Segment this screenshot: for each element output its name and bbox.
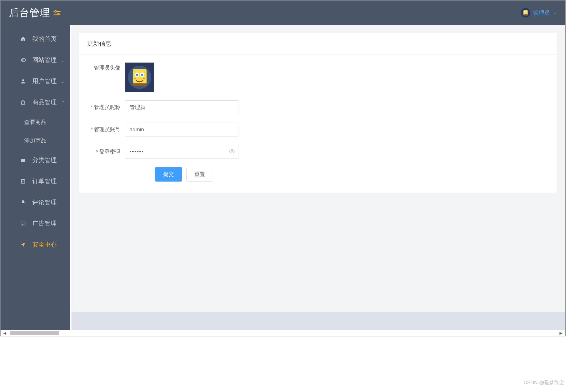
user-label: 管理员 (533, 9, 550, 17)
svg-point-27 (143, 78, 145, 79)
svg-rect-12 (21, 159, 25, 162)
sidebar-sub-add-product[interactable]: 添加商品 (1, 131, 70, 150)
horizontal-scrollbar[interactable]: ◀ ▶ (0, 330, 566, 336)
brand-title: 后台管理 (9, 6, 50, 20)
svg-point-9 (526, 12, 527, 13)
row-nickname: *管理员昵称 (87, 100, 549, 114)
label-avatar: 管理员头像 (87, 63, 125, 71)
main-area: 更新信息 管理员头像 (70, 25, 565, 330)
svg-point-1 (55, 11, 56, 12)
bag-icon (20, 99, 26, 105)
user-icon (20, 78, 26, 84)
eye-icon[interactable] (229, 148, 235, 155)
sidebar-item-order[interactable]: 订单管理 (1, 171, 70, 192)
briefcase-icon (20, 157, 26, 163)
sidebar-sub-view-products[interactable]: 查看商品 (1, 113, 70, 131)
chevron-up-icon: ⌃ (61, 100, 65, 105)
sidebar: 我的首页 网站管理 ⌄ 用户管理 ⌄ 商品管理 ⌃ 查看商品 添加商品 (1, 25, 70, 330)
svg-rect-28 (133, 83, 147, 86)
form-actions: 提交 重置 (87, 167, 549, 182)
image-icon (20, 220, 26, 227)
label-nickname: *管理员昵称 (87, 104, 125, 111)
chevron-down-icon: ⌄ (61, 79, 65, 84)
reset-button[interactable]: 重置 (186, 167, 213, 182)
sidebar-item-category[interactable]: 分类管理 (1, 150, 70, 171)
sidebar-item-user[interactable]: 用户管理 ⌄ (1, 71, 70, 92)
scroll-left-arrow[interactable]: ◀ (2, 330, 8, 336)
scroll-right-arrow[interactable]: ▶ (558, 330, 564, 336)
svg-point-18 (22, 223, 23, 224)
row-account: *管理员账号 (87, 123, 549, 137)
label-password: *登录密码 (87, 148, 125, 155)
body: 我的首页 网站管理 ⌄ 用户管理 ⌄ 商品管理 ⌃ 查看商品 添加商品 (1, 25, 565, 330)
bell-icon (20, 199, 26, 205)
svg-rect-14 (23, 179, 24, 180)
gear-icon (20, 57, 26, 63)
user-menu[interactable]: 管理员 ⌄ (521, 8, 557, 18)
svg-rect-13 (21, 179, 25, 183)
avatar-upload[interactable] (125, 63, 154, 92)
sidebar-item-site[interactable]: 网站管理 ⌄ (1, 49, 70, 71)
account-input[interactable] (125, 123, 239, 137)
send-icon (20, 242, 26, 248)
label-account: *管理员账号 (87, 126, 125, 133)
svg-point-3 (58, 13, 59, 15)
sidebar-item-ad[interactable]: 广告管理 (1, 213, 70, 234)
svg-point-29 (133, 70, 135, 72)
app-frame: 后台管理 管理员 ⌄ (0, 0, 566, 330)
sliders-icon (53, 9, 61, 17)
svg-point-8 (525, 12, 525, 13)
content: 更新信息 管理员头像 (71, 25, 565, 312)
scroll-thumb[interactable] (10, 331, 59, 335)
svg-rect-10 (523, 14, 528, 15)
sidebar-item-product[interactable]: 商品管理 ⌃ (1, 92, 70, 113)
submit-button[interactable]: 提交 (155, 167, 182, 182)
home-icon (20, 36, 26, 42)
svg-point-26 (134, 78, 136, 79)
nickname-input[interactable] (125, 100, 239, 114)
chevron-down-icon: ⌄ (553, 10, 557, 16)
svg-point-25 (141, 74, 143, 76)
watermark: CSDN @是梦终空 (524, 379, 564, 386)
footer-strip (71, 312, 565, 330)
svg-point-11 (22, 79, 24, 81)
avatar-icon (521, 8, 530, 18)
svg-point-30 (144, 71, 145, 73)
svg-point-31 (138, 69, 139, 70)
password-input[interactable] (125, 145, 239, 159)
row-avatar: 管理员头像 (87, 63, 549, 92)
sidebar-item-home[interactable]: 我的首页 (1, 28, 70, 49)
sidebar-item-comment[interactable]: 评论管理 (1, 192, 70, 213)
svg-point-32 (231, 150, 233, 152)
header: 后台管理 管理员 ⌄ (1, 1, 565, 25)
card-body: 管理员头像 (79, 55, 557, 193)
chevron-down-icon: ⌄ (61, 58, 65, 63)
card-title: 更新信息 (79, 33, 557, 55)
row-password: *登录密码 (87, 145, 549, 159)
clipboard-icon (20, 178, 26, 184)
update-card: 更新信息 管理员头像 (79, 33, 557, 193)
svg-point-24 (136, 74, 138, 76)
brand: 后台管理 (9, 6, 61, 20)
sidebar-item-security[interactable]: 安全中心 (1, 234, 70, 255)
